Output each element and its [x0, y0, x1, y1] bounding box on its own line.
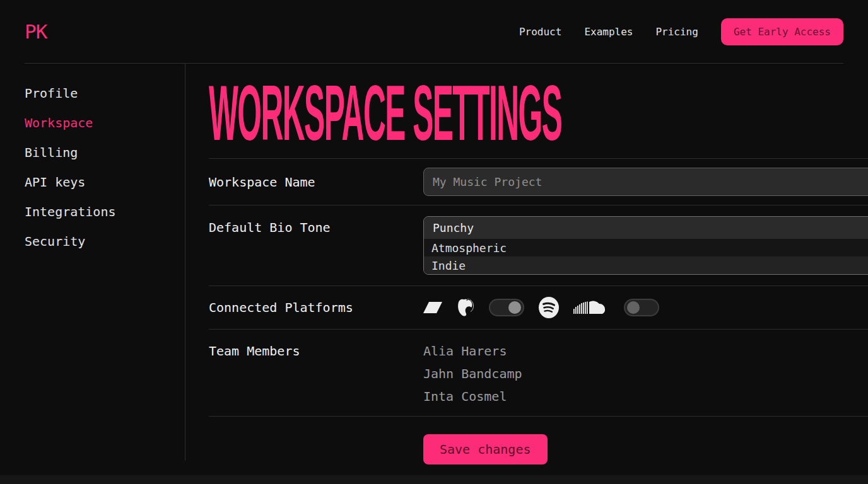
- bio-tone-row: Default Bio Tone Punchy Atmospheric Indi…: [209, 205, 868, 285]
- sidebar-item-profile[interactable]: Profile: [25, 87, 185, 100]
- platform-toggle-2[interactable]: [624, 299, 659, 316]
- sidebar-item-workspace[interactable]: Workspace: [25, 117, 185, 130]
- nav-pricing[interactable]: Pricing: [655, 26, 698, 38]
- bio-tone-select[interactable]: Punchy Atmospheric Indie: [423, 216, 868, 275]
- top-nav: Product Examples Pricing Get Early Acces…: [519, 18, 843, 45]
- settings-main: WORKSPACE SETTINGS Workspace Name Defaul…: [185, 64, 868, 475]
- connected-platforms-label: Connected Platforms: [209, 296, 423, 319]
- team-member: Alia Harers: [423, 340, 522, 362]
- content-area: Profile Workspace Billing API keys Integ…: [0, 64, 868, 475]
- sidebar-item-security[interactable]: Security: [25, 235, 185, 248]
- team-member: Inta Cosmel: [423, 385, 522, 408]
- team-members-list: Alia Harers Jahn Bandcamp Inta Cosmel: [423, 340, 522, 408]
- team-members-label: Team Members: [209, 340, 423, 362]
- toggle-knob: [627, 301, 640, 314]
- bio-tone-selected-option[interactable]: Punchy: [424, 217, 868, 239]
- workspace-name-label: Workspace Name: [209, 171, 423, 193]
- platforms-strip: [423, 297, 868, 318]
- team-members-row: Team Members Alia Harers Jahn Bandcamp I…: [209, 329, 868, 416]
- soundcloud-icon: [573, 297, 610, 318]
- settings-sidebar: Profile Workspace Billing API keys Integ…: [0, 64, 185, 461]
- workspace-name-input[interactable]: [423, 168, 868, 196]
- nav-examples[interactable]: Examples: [584, 26, 633, 38]
- bottom-strip: [0, 475, 868, 484]
- page: PK Product Examples Pricing Get Early Ac…: [0, 0, 868, 484]
- bio-tone-option-atmospheric[interactable]: Atmospheric: [424, 239, 868, 256]
- save-changes-button[interactable]: Save changes: [423, 434, 548, 464]
- page-title: WORKSPACE SETTINGS: [209, 83, 561, 143]
- bio-tone-label: Default Bio Tone: [209, 216, 423, 239]
- sidebar-item-integrations[interactable]: Integrations: [25, 205, 185, 219]
- sidebar-item-billing[interactable]: Billing: [25, 146, 185, 159]
- connected-platforms-row: Connected Platforms: [209, 285, 868, 329]
- nav-product[interactable]: Product: [519, 26, 561, 38]
- bio-tone-selected-label: Punchy: [433, 221, 474, 234]
- bandcamp-icon: [423, 301, 442, 314]
- spotify-icon: [538, 296, 560, 319]
- workspace-name-row: Workspace Name: [209, 158, 868, 205]
- sidebar-item-api-keys[interactable]: API keys: [25, 176, 185, 189]
- brand-logo[interactable]: PK: [25, 20, 47, 43]
- top-header: PK Product Examples Pricing Get Early Ac…: [25, 0, 843, 64]
- page-title-box: WORKSPACE SETTINGS: [209, 83, 868, 143]
- get-early-access-button[interactable]: Get Early Access: [721, 18, 843, 45]
- platform-toggle-1[interactable]: [489, 299, 524, 316]
- team-member: Jahn Bandcamp: [423, 362, 522, 385]
- bio-tone-option-indie[interactable]: Indie: [424, 256, 868, 274]
- toggle-knob: [508, 301, 521, 314]
- apple-music-icon: [456, 297, 475, 318]
- save-row: Save changes: [209, 416, 868, 464]
